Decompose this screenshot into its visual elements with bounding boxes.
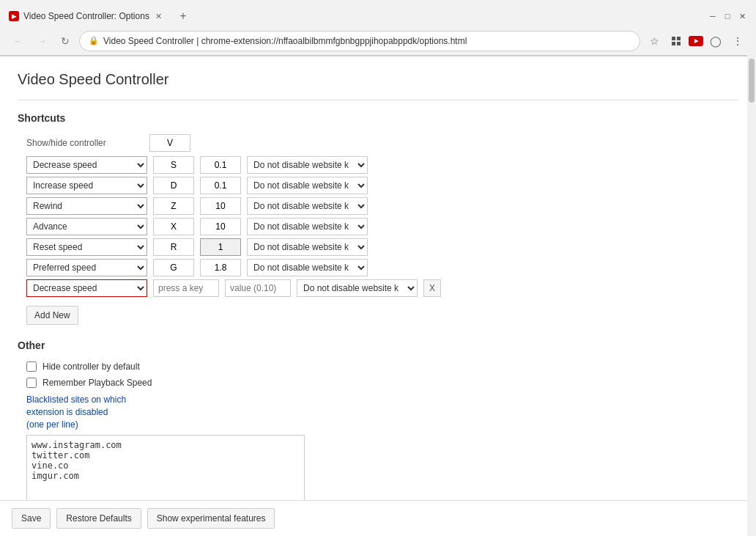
page-content: Video Speed Controller Shortcuts Show/hi… bbox=[0, 56, 756, 536]
key-input-5[interactable] bbox=[153, 259, 194, 276]
close-btn[interactable]: ✕ bbox=[737, 11, 747, 21]
action-select-4[interactable]: Decrease speed Increase speed Rewind Adv… bbox=[26, 238, 147, 256]
custom-value-input[interactable] bbox=[225, 279, 291, 297]
remember-speed-checkbox[interactable] bbox=[26, 378, 37, 388]
custom-key-input[interactable] bbox=[153, 279, 219, 297]
blacklist-label: Blacklisted sites on which extension is … bbox=[26, 394, 738, 430]
disable-select-2[interactable]: Do not disable website k bbox=[247, 197, 368, 215]
value-input-2[interactable] bbox=[200, 197, 241, 215]
custom-delete-btn[interactable]: X bbox=[423, 279, 441, 297]
shortcut-row-4: Decrease speed Increase speed Rewind Adv… bbox=[26, 238, 738, 256]
shortcut-row-5: Decrease speed Increase speed Rewind Adv… bbox=[26, 259, 738, 276]
hide-controller-label: Hide controller by default bbox=[42, 361, 140, 372]
restore-defaults-btn[interactable]: Restore Defaults bbox=[56, 508, 141, 529]
svg-rect-2 bbox=[672, 42, 675, 45]
disable-select-4[interactable]: Do not disable website k bbox=[247, 238, 368, 256]
nav-actions: ☆ ▶ ◯ ⋮ bbox=[645, 32, 747, 51]
browser-chrome: ▶ Video Speed Controller: Options ✕ + ─ … bbox=[0, 0, 756, 56]
bookmark-btn[interactable]: ☆ bbox=[645, 32, 664, 51]
shortcut-rows-container: Decrease speed Increase speed Rewind Adv… bbox=[18, 156, 738, 276]
action-select-1[interactable]: Decrease speed Increase speed Rewind Adv… bbox=[26, 177, 147, 194]
new-tab-btn[interactable]: + bbox=[174, 7, 192, 25]
remember-speed-row: Remember Playback Speed bbox=[26, 378, 738, 388]
profile-btn[interactable]: ◯ bbox=[706, 32, 725, 51]
disable-select-5[interactable]: Do not disable website k bbox=[247, 259, 368, 276]
disable-select-0[interactable]: Do not disable website k bbox=[247, 156, 368, 174]
custom-disable-select[interactable]: Do not disable website k bbox=[297, 279, 418, 297]
hide-controller-checkbox[interactable] bbox=[26, 361, 37, 372]
key-input-1[interactable] bbox=[153, 177, 194, 194]
show-hide-key-input[interactable] bbox=[149, 134, 190, 152]
address-bar[interactable]: 🔒 Video Speed Controller | chrome-extens… bbox=[79, 31, 640, 51]
yt-extension-icon[interactable]: ▶ bbox=[689, 36, 703, 46]
value-input-5[interactable] bbox=[200, 259, 241, 276]
value-input-4[interactable] bbox=[200, 238, 241, 256]
other-heading: Other bbox=[18, 339, 738, 351]
back-btn[interactable]: ← bbox=[9, 32, 28, 51]
shortcut-row-2: Decrease speed Increase speed Rewind Adv… bbox=[26, 197, 738, 215]
page-title: Video Speed Controller bbox=[18, 71, 738, 88]
key-input-4[interactable] bbox=[153, 238, 194, 256]
disable-select-3[interactable]: Do not disable website k bbox=[247, 218, 368, 235]
hide-controller-row: Hide controller by default bbox=[26, 361, 738, 372]
key-input-3[interactable] bbox=[153, 218, 194, 235]
save-btn[interactable]: Save bbox=[12, 508, 51, 529]
tab-close-btn[interactable]: ✕ bbox=[154, 11, 164, 21]
refresh-btn[interactable]: ↻ bbox=[56, 32, 75, 51]
tab-title: Video Speed Controller: Options bbox=[23, 11, 149, 21]
forward-btn[interactable]: → bbox=[32, 32, 51, 51]
key-input-0[interactable] bbox=[153, 156, 194, 174]
action-select-5[interactable]: Decrease speed Increase speed Rewind Adv… bbox=[26, 259, 147, 276]
svg-rect-0 bbox=[672, 37, 675, 40]
svg-rect-3 bbox=[677, 42, 681, 45]
custom-shortcut-row: Decrease speed Increase speed Rewind Adv… bbox=[26, 279, 738, 297]
shortcut-row-1: Decrease speed Increase speed Rewind Adv… bbox=[26, 177, 738, 194]
custom-action-select[interactable]: Decrease speed Increase speed Rewind Adv… bbox=[26, 279, 147, 297]
divider bbox=[18, 100, 738, 100]
disable-select-1[interactable]: Do not disable website k bbox=[247, 177, 368, 194]
remember-speed-label: Remember Playback Speed bbox=[42, 378, 152, 388]
key-input-2[interactable] bbox=[153, 197, 194, 215]
scrollbar-thumb[interactable] bbox=[749, 59, 755, 103]
svg-rect-1 bbox=[677, 37, 681, 40]
url-text: Video Speed Controller | chrome-extensio… bbox=[103, 36, 631, 46]
shortcuts-section: Shortcuts Show/hide controller Decrease … bbox=[18, 112, 738, 325]
value-input-0[interactable] bbox=[200, 156, 241, 174]
show-experimental-btn[interactable]: Show experimental features bbox=[147, 508, 275, 529]
action-select-0[interactable]: Decrease speed Increase speed Rewind Adv… bbox=[26, 156, 147, 174]
value-input-1[interactable] bbox=[200, 177, 241, 194]
show-hide-row: Show/hide controller bbox=[26, 134, 738, 152]
nav-bar: ← → ↻ 🔒 Video Speed Controller | chrome-… bbox=[0, 26, 756, 56]
maximize-btn[interactable]: □ bbox=[722, 11, 733, 21]
shortcuts-heading: Shortcuts bbox=[18, 112, 738, 124]
value-input-3[interactable] bbox=[200, 218, 241, 235]
footer-bar: Save Restore Defaults Show experimental … bbox=[0, 500, 756, 536]
window-controls: ─ □ ✕ bbox=[708, 11, 747, 21]
lock-icon: 🔒 bbox=[89, 36, 99, 45]
add-new-btn[interactable]: Add New bbox=[26, 306, 78, 325]
shortcut-row-0: Decrease speed Increase speed Rewind Adv… bbox=[26, 156, 738, 174]
action-select-3[interactable]: Decrease speed Increase speed Rewind Adv… bbox=[26, 218, 147, 235]
title-bar: ▶ Video Speed Controller: Options ✕ + ─ … bbox=[0, 0, 756, 26]
extensions-btn[interactable] bbox=[667, 32, 686, 51]
menu-btn[interactable]: ⋮ bbox=[728, 32, 747, 51]
show-hide-label: Show/hide controller bbox=[26, 138, 144, 148]
action-select-2[interactable]: Decrease speed Increase speed Rewind Adv… bbox=[26, 197, 147, 215]
shortcut-row-3: Decrease speed Increase speed Rewind Adv… bbox=[26, 218, 738, 235]
minimize-btn[interactable]: ─ bbox=[708, 11, 718, 21]
tab-favicon: ▶ bbox=[9, 11, 19, 21]
scrollbar-track[interactable] bbox=[747, 0, 756, 536]
